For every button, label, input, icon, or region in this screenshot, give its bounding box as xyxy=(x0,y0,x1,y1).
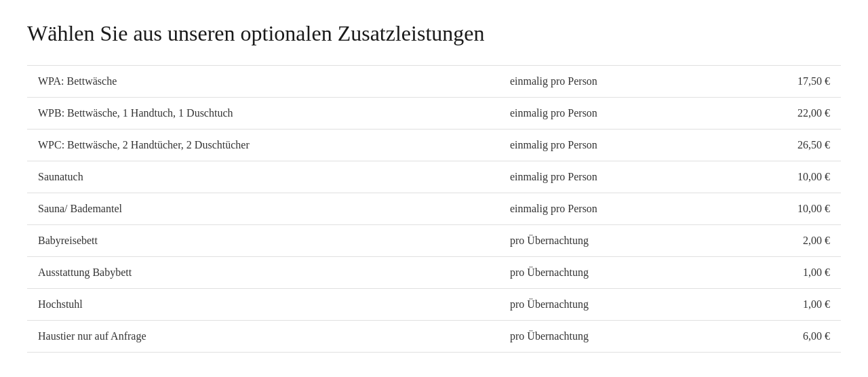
table-row: WPC: Bettwäsche, 2 Handtücher, 2 Duschtü… xyxy=(27,130,841,161)
service-price: 6,00 € xyxy=(703,321,841,353)
service-name: Sauna/ Bademantel xyxy=(27,193,499,225)
service-frequency: einmalig pro Person xyxy=(499,66,703,98)
service-frequency: pro Übernachtung xyxy=(499,289,703,321)
service-name: Hochstuhl xyxy=(27,289,499,321)
service-name: WPB: Bettwäsche, 1 Handtuch, 1 Duschtuch xyxy=(27,98,499,130)
table-row: WPB: Bettwäsche, 1 Handtuch, 1 Duschtuch… xyxy=(27,98,841,130)
service-frequency: einmalig pro Person xyxy=(499,161,703,193)
service-frequency: pro Übernachtung xyxy=(499,257,703,289)
service-price: 10,00 € xyxy=(703,161,841,193)
service-frequency: pro Übernachtung xyxy=(499,225,703,257)
service-price: 1,00 € xyxy=(703,289,841,321)
table-row: Hochstuhlpro Übernachtung1,00 € xyxy=(27,289,841,321)
service-frequency: einmalig pro Person xyxy=(499,98,703,130)
service-name: Ausstattung Babybett xyxy=(27,257,499,289)
service-name: Saunatuch xyxy=(27,161,499,193)
page-title: Wählen Sie aus unseren optionalen Zusatz… xyxy=(27,20,841,46)
service-price: 17,50 € xyxy=(703,66,841,98)
table-row: Babyreisebettpro Übernachtung2,00 € xyxy=(27,225,841,257)
table-row: Ausstattung Babybettpro Übernachtung1,00… xyxy=(27,257,841,289)
table-row: Sauna/ Bademanteleinmalig pro Person10,0… xyxy=(27,193,841,225)
service-name: WPA: Bettwäsche xyxy=(27,66,499,98)
table-row: WPA: Bettwäscheeinmalig pro Person17,50 … xyxy=(27,66,841,98)
service-price: 1,00 € xyxy=(703,257,841,289)
service-price: 22,00 € xyxy=(703,98,841,130)
table-row: Saunatucheinmalig pro Person10,00 € xyxy=(27,161,841,193)
services-table: WPA: Bettwäscheeinmalig pro Person17,50 … xyxy=(27,65,841,353)
service-price: 10,00 € xyxy=(703,193,841,225)
table-row: Haustier nur auf Anfragepro Übernachtung… xyxy=(27,321,841,353)
service-frequency: einmalig pro Person xyxy=(499,130,703,161)
service-frequency: pro Übernachtung xyxy=(499,321,703,353)
service-name: Haustier nur auf Anfrage xyxy=(27,321,499,353)
service-name: Babyreisebett xyxy=(27,225,499,257)
service-frequency: einmalig pro Person xyxy=(499,193,703,225)
service-price: 2,00 € xyxy=(703,225,841,257)
service-price: 26,50 € xyxy=(703,130,841,161)
service-name: WPC: Bettwäsche, 2 Handtücher, 2 Duschtü… xyxy=(27,130,499,161)
